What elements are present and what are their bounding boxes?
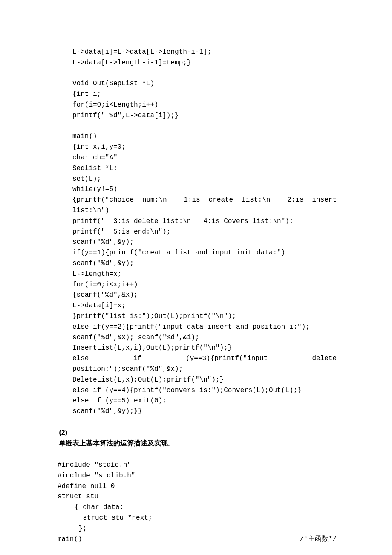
main-right: /*主函数*/: [300, 534, 337, 545]
code-block-3: { char data; struct stu *next; };: [75, 502, 337, 534]
code-block-1: L->data[i]=L->data[L->length-i-1]; L->da…: [72, 47, 337, 417]
document-page: L->data[i]=L->data[L->length-i-1]; L->da…: [0, 0, 392, 555]
section-heading: (2) 单链表上基本算法的运算描述及实现。: [43, 417, 337, 460]
main-left: main(): [58, 534, 82, 545]
main-line: main() /*主函数*/: [58, 534, 337, 545]
heading-text: 单链表上基本算法的运算描述及实现。: [59, 439, 175, 447]
code-block-2: #include "stdio.h" #include "stdlib.h" #…: [58, 460, 337, 502]
heading-number: (2): [59, 429, 67, 436]
